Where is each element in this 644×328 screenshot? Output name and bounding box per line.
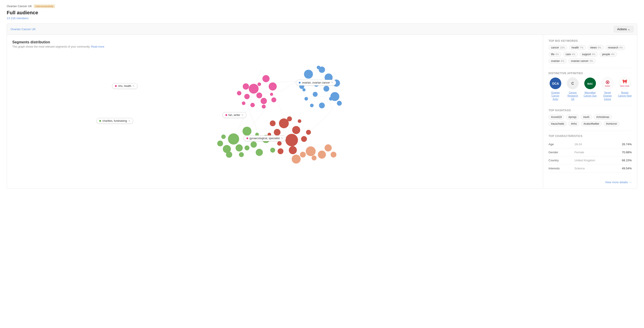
keyword-support: support4% xyxy=(580,52,598,57)
svg-point-76 xyxy=(277,141,282,146)
view-more-text: View more details xyxy=(605,181,628,184)
edit-icon[interactable]: ✎ xyxy=(281,137,283,140)
affinity-macmillan[interactable]: MAC Macmillan Cancer Sup xyxy=(583,77,597,100)
hashtag-christmas[interactable]: #christmas xyxy=(594,115,612,120)
top-bar: Ovarian Cancer UK Interconnectivity xyxy=(7,4,637,8)
keyword-ovarian: ovarian4% xyxy=(548,58,567,63)
affinity-name[interactable]: Breast Cancer Now xyxy=(618,91,632,97)
edit-icon[interactable]: ✎ xyxy=(132,85,134,88)
segment-label-text: fan, writer xyxy=(228,113,240,117)
view-more-link[interactable]: View more details → xyxy=(605,181,632,184)
keyword-cancer: cancer16% xyxy=(548,45,567,50)
hashtag-catsoftwitter[interactable]: #catsoftwitter xyxy=(581,121,602,126)
segment-fan-writer[interactable]: fan, writer ✎ xyxy=(222,112,247,118)
svg-line-5 xyxy=(275,96,284,117)
char-row-interests: Interests Science 49.54% xyxy=(548,164,632,172)
members-count: 13 216 members xyxy=(7,16,637,20)
hashtag-auschwitz[interactable]: #auschwitz xyxy=(548,121,567,126)
hashtag-pmqs[interactable]: #pmqs xyxy=(566,115,579,120)
graph-title: Segments distribution xyxy=(12,40,538,44)
characteristics-title: Top characteristics xyxy=(548,134,632,138)
svg-point-57 xyxy=(228,133,239,145)
segment-dot xyxy=(99,120,101,122)
svg-point-68 xyxy=(270,148,275,153)
edit-icon[interactable]: ✎ xyxy=(128,120,130,122)
svg-line-25 xyxy=(324,108,333,119)
svg-point-52 xyxy=(337,101,342,106)
affinity-name[interactable]: Cancer Research UK xyxy=(566,91,580,100)
svg-point-36 xyxy=(242,101,246,105)
affinity-avatar: 🎀 BREAST CANCER xyxy=(619,77,630,89)
char-pct: 26.74% xyxy=(622,143,632,146)
svg-text:OCA: OCA xyxy=(552,82,559,85)
segment-charities[interactable]: charities, fundraising ✎ xyxy=(96,118,133,124)
segment-gynaecological[interactable]: gynaecological, specialist ✎ xyxy=(244,135,286,141)
hashtag-avfc[interactable]: #avfc xyxy=(581,115,592,120)
affinity-target-ovarian[interactable]: TARGET Target Ovarian Cance xyxy=(600,77,614,100)
svg-text:BREAST CANCER: BREAST CANCER xyxy=(620,85,629,87)
breadcrumb[interactable]: Ovarian Cancer UK xyxy=(10,27,36,31)
char-value: Female xyxy=(571,151,622,154)
affinity-avatar: OCA xyxy=(550,77,561,89)
page-wrapper: Ovarian Cancer UK Interconnectivity Full… xyxy=(0,0,644,328)
keyword-health: health7% xyxy=(569,45,586,50)
svg-point-74 xyxy=(286,134,298,146)
view-more[interactable]: View more details → xyxy=(548,177,632,184)
svg-point-99 xyxy=(607,81,608,83)
svg-point-84 xyxy=(306,146,316,156)
characteristics-section: Top characteristics Age 18-24 26.74% Gen… xyxy=(548,134,632,172)
affinity-name[interactable]: Target Ovarian Cance xyxy=(600,91,614,100)
svg-point-41 xyxy=(304,70,313,79)
svg-line-19 xyxy=(255,70,262,84)
affinity-name[interactable]: Ovarian Cancer Actio xyxy=(548,91,562,100)
svg-line-11 xyxy=(248,114,262,130)
keyword-ovarian-cancer: ovarian cancer3% xyxy=(568,58,596,63)
segment-nhs-health[interactable]: nhs, health ✎ xyxy=(112,83,138,89)
svg-text:MAC: MAC xyxy=(587,82,593,85)
svg-point-50 xyxy=(304,97,308,100)
edit-icon[interactable]: ✎ xyxy=(242,114,244,117)
keywords-wrap: cancer16% health7% views6% research4% li… xyxy=(548,45,632,63)
svg-point-37 xyxy=(262,105,266,109)
svg-point-55 xyxy=(302,88,306,91)
svg-point-27 xyxy=(249,84,259,94)
svg-point-65 xyxy=(256,149,263,156)
edit-icon[interactable]: ✎ xyxy=(331,81,333,84)
svg-point-29 xyxy=(269,82,277,90)
affinity-name[interactable]: Macmillan Cancer Sup xyxy=(583,91,597,97)
svg-point-54 xyxy=(310,104,314,107)
svg-point-72 xyxy=(292,126,300,134)
svg-point-77 xyxy=(306,130,311,135)
svg-point-58 xyxy=(242,127,252,136)
svg-text:🎀: 🎀 xyxy=(622,79,628,84)
hashtag-nhs[interactable]: #nhs xyxy=(568,121,579,126)
keyword-research: research4% xyxy=(606,45,626,50)
char-value: 18-24 xyxy=(571,143,622,146)
affinity-cancer-research[interactable]: C Cancer Research UK xyxy=(566,77,580,100)
actions-button[interactable]: Actions ⌄ xyxy=(614,26,634,32)
graph-subtitle: This graph shows the most relevant segme… xyxy=(12,45,538,48)
affinity-breast-cancer-now[interactable]: 🎀 BREAST CANCER Breast Cancer Now xyxy=(618,77,632,100)
svg-point-28 xyxy=(262,75,270,82)
arrow-right-icon: → xyxy=(629,181,632,184)
segment-ovarian[interactable]: ovarian, ovarian cancer ✎ xyxy=(296,80,336,86)
segment-label-text: charities, fundraising xyxy=(102,119,127,122)
char-label: Interests xyxy=(548,167,571,170)
graph-area: nhs, health ✎ ovarian, ovarian cancer ✎ … xyxy=(12,52,538,168)
keyword-life: life4% xyxy=(548,52,561,57)
svg-point-32 xyxy=(261,98,267,104)
hashtag-omicron[interactable]: #omicron xyxy=(604,121,620,126)
svg-line-0 xyxy=(255,81,298,84)
hashtags-wrap: #covid19 #pmqs #avfc #christmas #auschwi… xyxy=(548,115,632,126)
svg-point-59 xyxy=(236,144,243,151)
hashtags-title: Top hashtags xyxy=(548,109,632,112)
svg-text:C: C xyxy=(572,81,574,85)
content-header: Ovarian Cancer UK Actions ⌄ xyxy=(7,23,637,35)
svg-point-69 xyxy=(222,134,226,139)
affinity-ovarian-action[interactable]: OCA Ovarian Cancer Actio xyxy=(548,77,562,100)
svg-point-47 xyxy=(324,86,330,92)
hashtag-covid19[interactable]: #covid19 xyxy=(548,115,564,120)
divider-2 xyxy=(548,105,632,105)
segment-dot xyxy=(299,82,300,84)
read-more-link[interactable]: Read more xyxy=(91,45,104,48)
